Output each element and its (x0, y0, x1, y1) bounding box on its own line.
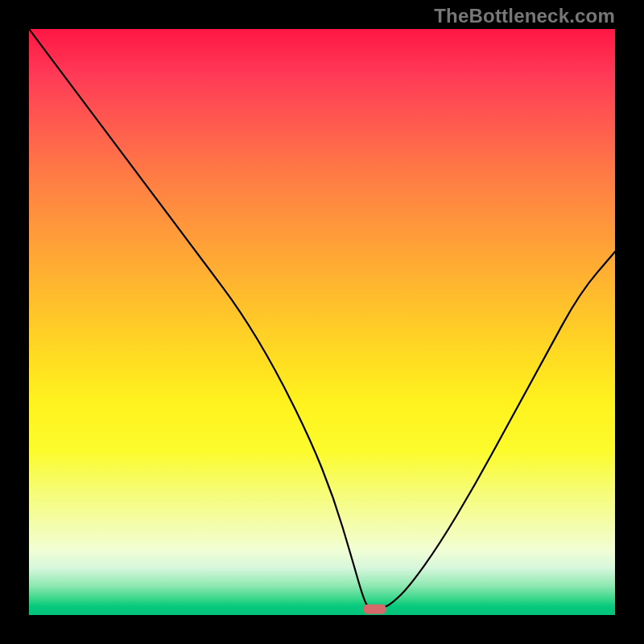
chart-frame: TheBottleneck.com (0, 0, 644, 644)
optimal-marker (364, 605, 386, 614)
plot-area (29, 29, 615, 615)
watermark-text: TheBottleneck.com (434, 5, 615, 27)
bottleneck-curve (29, 29, 615, 609)
curve-layer (29, 29, 615, 615)
